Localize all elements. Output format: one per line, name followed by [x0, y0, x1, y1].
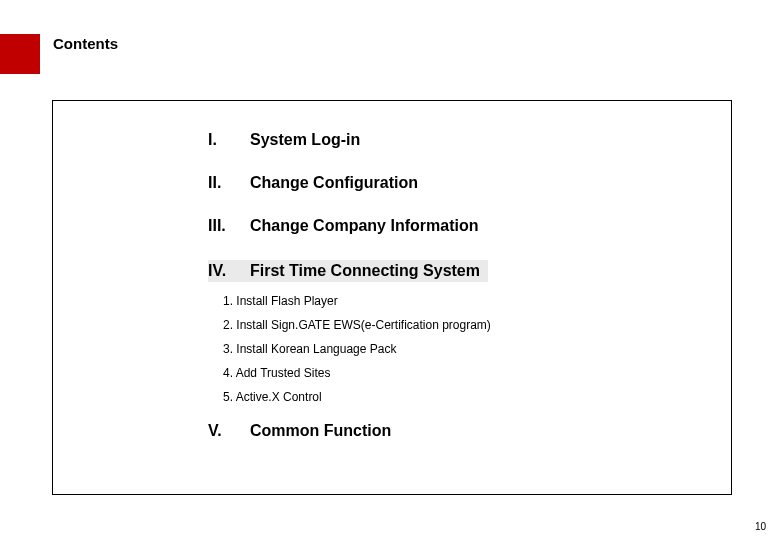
toc-label: Change Company Information — [250, 217, 478, 235]
toc-num: I. — [208, 131, 250, 149]
toc-list-tail: V. Common Function — [208, 422, 731, 440]
toc-item-change-company-information: III. Change Company Information — [208, 217, 731, 235]
accent-block — [0, 34, 40, 74]
sub-item-add-trusted-sites: 4. Add Trusted Sites — [223, 366, 731, 380]
content-frame: I. System Log-in II. Change Configuratio… — [52, 100, 732, 495]
sub-item-activex-control: 5. Active.X Control — [223, 390, 731, 404]
toc-label: First Time Connecting System — [250, 262, 480, 280]
sub-item-install-korean-lang: 3. Install Korean Language Pack — [223, 342, 731, 356]
page-number: 10 — [755, 521, 766, 532]
toc-label: System Log-in — [250, 131, 360, 149]
toc-label: Common Function — [250, 422, 391, 440]
toc-item-system-login: I. System Log-in — [208, 131, 731, 149]
toc-item-common-function: V. Common Function — [208, 422, 731, 440]
toc-item-first-time-connecting: IV. First Time Connecting System — [208, 260, 488, 282]
toc-num: IV. — [208, 262, 250, 280]
toc-label: Change Configuration — [250, 174, 418, 192]
sub-item-install-flash: 1. Install Flash Player — [223, 294, 731, 308]
toc-num: II. — [208, 174, 250, 192]
page-title: Contents — [53, 35, 118, 52]
toc-list: I. System Log-in II. Change Configuratio… — [208, 131, 731, 294]
sub-list: 1. Install Flash Player 2. Install Sign.… — [223, 294, 731, 404]
sub-item-install-signgate: 2. Install Sign.GATE EWS(e-Certification… — [223, 318, 731, 332]
toc-item-change-configuration: II. Change Configuration — [208, 174, 731, 192]
toc-num: III. — [208, 217, 250, 235]
toc-num: V. — [208, 422, 250, 440]
